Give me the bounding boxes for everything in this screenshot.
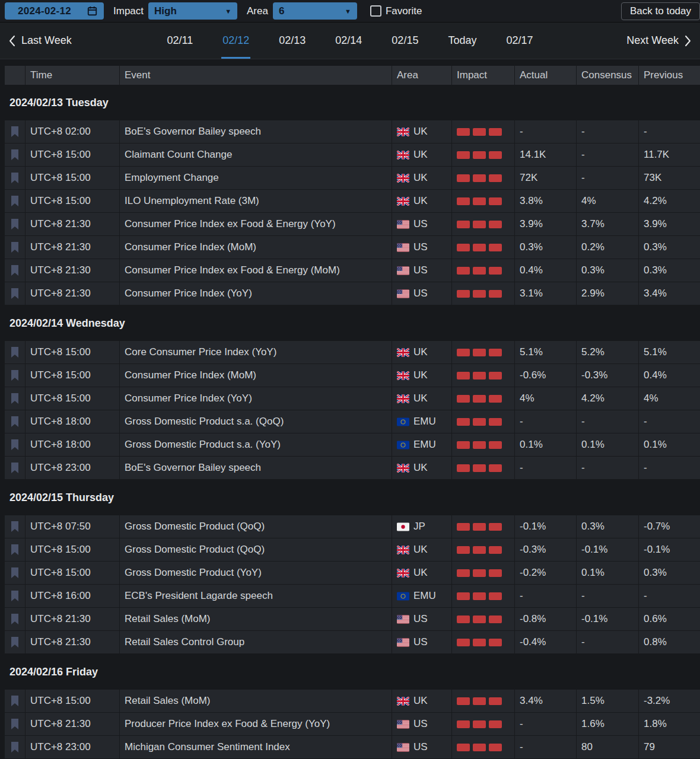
impact-bar-icon: [473, 441, 486, 449]
bookmark-cell: [5, 143, 25, 166]
previous-value: 0.1%: [639, 433, 700, 456]
favorite-checkbox-icon[interactable]: [370, 5, 381, 17]
event-row[interactable]: UTC+8 15:00 Consumer Price Index (YoY) U…: [5, 387, 700, 410]
event-row[interactable]: UTC+8 15:00 Retail Sales (MoM) UK 3.4% 1…: [5, 690, 700, 712]
date-tab-02-15[interactable]: 02/15: [390, 23, 419, 59]
bookmark-icon[interactable]: [9, 613, 20, 626]
date-tab-02-11[interactable]: 02/11: [166, 23, 195, 59]
event-row[interactable]: UTC+8 15:00 Employment Change UK 72K - 7…: [5, 167, 700, 189]
event-row[interactable]: UTC+8 23:00 Michigan Consumer Sentiment …: [5, 736, 700, 758]
event-row[interactable]: UTC+8 18:00 Gross Domestic Product s.a. …: [5, 410, 700, 433]
actual-value: 3.1%: [515, 282, 576, 305]
bookmark-icon[interactable]: [9, 264, 20, 278]
event-area: EMU: [392, 585, 451, 607]
impact-bar-icon: [489, 418, 502, 426]
last-week-button[interactable]: Last Week: [8, 34, 72, 47]
bookmark-icon[interactable]: [9, 415, 20, 429]
event-time: UTC+8 15:00: [26, 562, 119, 584]
event-row[interactable]: UTC+8 23:00 BoE's Governor Bailey speech…: [5, 457, 700, 479]
bookmark-column-header: [5, 66, 25, 85]
impact-indicator: [452, 120, 514, 143]
date-tab-02-13[interactable]: 02/13: [278, 23, 307, 59]
event-time: UTC+8 21:30: [26, 259, 119, 282]
event-row[interactable]: UTC+8 21:30 Producer Price Index ex Food…: [5, 713, 700, 735]
impact-bar-icon: [473, 197, 486, 205]
date-tab-02-12[interactable]: 02/12: [221, 23, 250, 59]
event-row[interactable]: UTC+8 21:30 Consumer Price Index (MoM) U…: [5, 236, 700, 259]
event-row[interactable]: UTC+8 21:30 Retail Sales Control Group U…: [5, 631, 700, 653]
next-week-button[interactable]: Next Week: [626, 34, 692, 47]
impact-bar-icon: [473, 720, 486, 728]
date-tab-02-17[interactable]: 02/17: [505, 23, 534, 59]
bookmark-icon[interactable]: [9, 148, 20, 162]
event-row[interactable]: UTC+8 21:30 Consumer Price Index ex Food…: [5, 259, 700, 282]
event-row[interactable]: UTC+8 16:00 ECB's President Lagarde spee…: [5, 585, 700, 607]
day-section-header: 2024/02/14 Wednesday: [5, 305, 700, 341]
bookmark-icon[interactable]: [9, 369, 20, 382]
event-row[interactable]: UTC+8 21:30 Consumer Price Index ex Food…: [5, 213, 700, 235]
actual-value: 4%: [515, 387, 576, 410]
bookmark-cell: [5, 341, 25, 363]
event-area: US: [392, 736, 451, 758]
event-area-label: UK: [413, 195, 428, 207]
date-picker-input[interactable]: 2024-02-12: [5, 2, 104, 20]
bookmark-icon[interactable]: [9, 566, 20, 580]
consensus-value: -: [577, 631, 638, 653]
event-area: UK: [392, 562, 451, 584]
bookmark-icon[interactable]: [9, 543, 20, 557]
bookmark-icon[interactable]: [9, 241, 20, 254]
actual-value: 0.1%: [515, 433, 576, 456]
event-row[interactable]: UTC+8 02:00 BoE's Governor Bailey speech…: [5, 120, 700, 143]
event-area: US: [392, 608, 451, 630]
event-name: Gross Domestic Product (QoQ): [120, 538, 392, 561]
bookmark-icon[interactable]: [9, 346, 20, 359]
bookmark-icon[interactable]: [9, 125, 20, 139]
bookmark-icon[interactable]: [9, 194, 20, 208]
bookmark-icon[interactable]: [9, 636, 20, 649]
date-tab-label: 02/17: [506, 34, 533, 47]
bookmark-icon[interactable]: [9, 392, 20, 406]
bookmark-cell: [5, 515, 25, 538]
bookmark-icon[interactable]: [9, 171, 20, 185]
favorite-toggle[interactable]: Favorite: [370, 5, 422, 17]
event-row[interactable]: UTC+8 15:00 Core Consumer Price Index (Y…: [5, 341, 700, 363]
event-area: UK: [392, 538, 451, 561]
area-select[interactable]: 6 ▼: [273, 2, 357, 20]
actual-value: -: [515, 410, 576, 433]
consensus-value: 0.3%: [577, 515, 638, 538]
bookmark-icon[interactable]: [9, 438, 20, 452]
flag-uk-icon: [397, 394, 409, 403]
bookmark-icon[interactable]: [9, 741, 20, 754]
impact-indicator: [452, 631, 514, 653]
event-area: UK: [392, 364, 451, 387]
event-row[interactable]: UTC+8 15:00 ILO Unemployment Rate (3M) U…: [5, 190, 700, 212]
back-to-today-button[interactable]: Back to today: [621, 2, 700, 20]
bookmark-icon[interactable]: [9, 287, 20, 301]
event-name: Claimant Count Change: [120, 143, 392, 166]
event-row[interactable]: UTC+8 15:00 Claimant Count Change UK 14.…: [5, 143, 700, 166]
bookmark-icon[interactable]: [9, 717, 20, 731]
bookmark-icon[interactable]: [9, 218, 20, 231]
actual-value: -: [515, 736, 576, 758]
bookmark-icon[interactable]: [9, 520, 20, 534]
event-row[interactable]: UTC+8 07:50 Gross Domestic Product (QoQ)…: [5, 515, 700, 538]
event-row[interactable]: UTC+8 21:30 Retail Sales (MoM) US -0.8% …: [5, 608, 700, 630]
event-area-label: UK: [413, 567, 428, 579]
day-section: 2024/02/15 Thursday UTC+8 07:50 Gross Do…: [5, 480, 700, 653]
event-area-label: US: [413, 218, 428, 230]
bookmark-icon[interactable]: [9, 694, 20, 708]
event-row[interactable]: UTC+8 15:00 Gross Domestic Product (YoY)…: [5, 562, 700, 584]
impact-bar-icon: [489, 441, 502, 449]
event-row[interactable]: UTC+8 15:00 Gross Domestic Product (QoQ)…: [5, 538, 700, 561]
impact-select[interactable]: High ▼: [148, 2, 237, 20]
event-row[interactable]: UTC+8 15:00 Consumer Price Index (MoM) U…: [5, 364, 700, 387]
bookmark-icon[interactable]: [9, 461, 20, 475]
event-row[interactable]: UTC+8 21:30 Consumer Price Index (YoY) U…: [5, 282, 700, 305]
date-tab-02-14[interactable]: 02/14: [334, 23, 363, 59]
impact-bar-icon: [457, 720, 470, 728]
date-tab-today[interactable]: Today: [447, 23, 478, 59]
bookmark-icon[interactable]: [9, 589, 20, 603]
area-filter-label: Area: [247, 5, 268, 17]
actual-value: -0.4%: [515, 631, 576, 653]
event-row[interactable]: UTC+8 18:00 Gross Domestic Product s.a. …: [5, 433, 700, 456]
